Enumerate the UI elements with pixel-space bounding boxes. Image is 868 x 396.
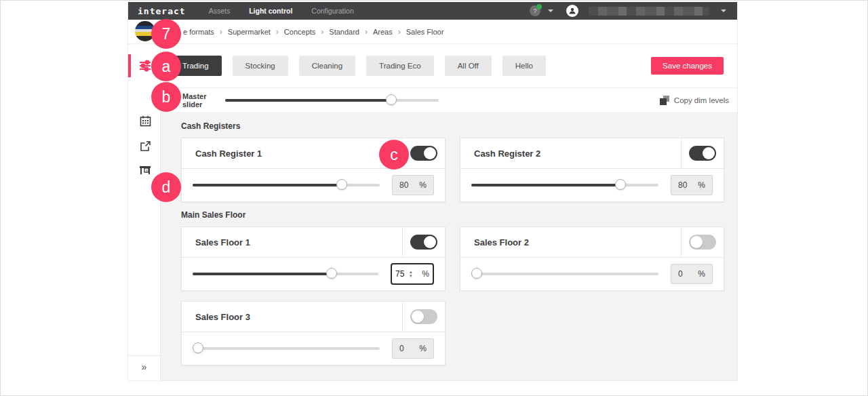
breadcrumb-separator-icon (321, 27, 323, 37)
breadcrumb-separator-icon (276, 27, 279, 37)
nav-light-control[interactable]: Light control (249, 7, 292, 15)
sidebar-item-schedules[interactable] (137, 113, 153, 129)
slider-track[interactable] (225, 99, 439, 102)
copy-icon (660, 96, 669, 105)
card-sales-floor-3: Sales Floor 30% (181, 301, 446, 365)
copy-dim-levels-button[interactable]: Copy dim levels (660, 96, 729, 105)
breadcrumb-item[interactable]: Supermarket (228, 28, 271, 36)
percent-unit: % (698, 269, 705, 279)
master-slider-row: Master slider Copy dim levels (161, 87, 737, 112)
master-slider[interactable] (225, 94, 439, 106)
breadcrumb-item[interactable]: e formats (183, 28, 214, 36)
card-title: Sales Floor 3 (182, 302, 402, 332)
slider-track[interactable] (193, 273, 378, 275)
redacted-user-email (589, 7, 709, 16)
power-toggle[interactable] (410, 146, 437, 161)
dim-level-value-box[interactable]: 0% (392, 338, 434, 359)
save-changes-button[interactable]: Save changes (651, 57, 724, 75)
chevron-down-icon[interactable] (548, 9, 553, 12)
slider-thumb[interactable] (326, 268, 337, 279)
slider-thumb[interactable] (471, 268, 482, 279)
dim-slider[interactable] (471, 179, 658, 191)
card-sales-floor-2: Sales Floor 20% (460, 226, 724, 291)
dim-slider[interactable] (471, 268, 658, 280)
sidebar-collapse-button[interactable]: » (128, 358, 160, 376)
areas-content: Cash Registers Cash Register 180% Cash R… (161, 112, 737, 380)
annotation-badge-d: d (151, 172, 181, 202)
interact-logo: interact (138, 6, 186, 16)
stepper-arrows[interactable]: ▴▾ (410, 270, 412, 278)
dim-slider[interactable] (193, 342, 380, 355)
dim-level-value-box[interactable]: 0% (671, 264, 713, 284)
section-title-cash-registers: Cash Registers (181, 121, 723, 131)
slider-track[interactable] (471, 273, 658, 275)
annotation-badge-7: 7 (151, 19, 181, 49)
power-toggle[interactable] (689, 235, 716, 250)
user-avatar-icon[interactable] (566, 5, 578, 17)
card-cash-register-2: Cash Register 280% (460, 138, 724, 202)
card-title: Sales Floor 2 (460, 227, 681, 257)
screenshot-canvas: interact Assets Light control Configurat… (0, 0, 868, 396)
breadcrumb-item[interactable]: Standard (329, 28, 359, 36)
breadcrumb-separator-icon (398, 27, 401, 37)
sliders-icon (139, 60, 151, 72)
dim-slider[interactable] (193, 179, 380, 191)
slider-thumb[interactable] (193, 342, 203, 353)
toggle-zone (402, 302, 445, 332)
power-toggle[interactable] (689, 146, 716, 161)
sidebar-divider (128, 355, 160, 356)
card-title: Cash Register 1 (182, 138, 402, 168)
dim-level-input[interactable] (395, 269, 408, 279)
toggle-knob (412, 311, 424, 323)
section-title-main-sales-floor: Main Sales Floor (181, 210, 723, 220)
main-sales-floor-cards: Sales Floor 1▴▾% Sales Floor 20% Sales F… (181, 226, 723, 365)
card-title: Sales Floor 1 (182, 227, 402, 257)
breadcrumb-item[interactable]: Concepts (284, 28, 315, 36)
power-toggle[interactable] (410, 309, 437, 324)
chevron-down-icon[interactable] (721, 9, 726, 12)
scene-button-all-off[interactable]: All Off (445, 56, 492, 76)
slider-thumb[interactable] (615, 179, 626, 190)
slider-thumb[interactable] (386, 94, 397, 105)
sidebar-active-indicator (128, 54, 131, 77)
toggle-knob (690, 236, 703, 248)
card-sales-floor-1: Sales Floor 1▴▾% (181, 226, 446, 291)
scene-button-hello[interactable]: Hello (502, 56, 546, 76)
topbar-right: ? (530, 5, 728, 17)
help-icon[interactable]: ? (530, 5, 540, 16)
breadcrumb-item[interactable]: Areas (373, 28, 393, 36)
annotation-badge-c: c (379, 140, 409, 170)
scene-button-stocking[interactable]: Stocking (233, 56, 288, 76)
nav-configuration[interactable]: Configuration (311, 7, 353, 15)
breadcrumb-bar: e formats Supermarket Concepts Standard … (128, 20, 737, 44)
app-window: interact Assets Light control Configurat… (127, 2, 738, 381)
dim-slider[interactable] (193, 268, 378, 280)
scene-button-trading-eco[interactable]: Trading Eco (366, 56, 434, 76)
dim-level-value: 80 (678, 180, 687, 190)
slider-track[interactable] (193, 184, 380, 186)
sidebar-item-shop-layout[interactable]: s (137, 162, 153, 178)
calendar-icon (140, 115, 151, 127)
toggle-zone (681, 227, 724, 257)
power-toggle[interactable] (410, 235, 437, 250)
master-slider-label: Master slider (182, 92, 225, 108)
annotation-badge-a: a (151, 52, 181, 81)
card-title: Cash Register 2 (460, 138, 681, 168)
sidebar-item-export[interactable] (137, 138, 153, 154)
percent-unit: % (419, 344, 427, 353)
scene-button-cleaning[interactable]: Cleaning (299, 56, 355, 76)
percent-unit: % (419, 180, 427, 190)
toggle-zone (681, 138, 724, 168)
slider-thumb[interactable] (336, 179, 347, 190)
dim-level-value: 0 (399, 344, 404, 353)
external-link-icon (140, 140, 151, 152)
toggle-knob (424, 147, 436, 159)
dim-level-value-box[interactable]: 80% (392, 175, 434, 195)
nav-assets[interactable]: Assets (209, 7, 231, 15)
dim-level-input-box[interactable]: ▴▾% (391, 263, 434, 285)
slider-track[interactable] (193, 347, 380, 350)
dim-level-value-box[interactable]: 80% (671, 175, 713, 195)
percent-unit: % (698, 180, 705, 190)
dim-level-value: 0 (678, 269, 683, 279)
slider-track[interactable] (471, 184, 658, 186)
